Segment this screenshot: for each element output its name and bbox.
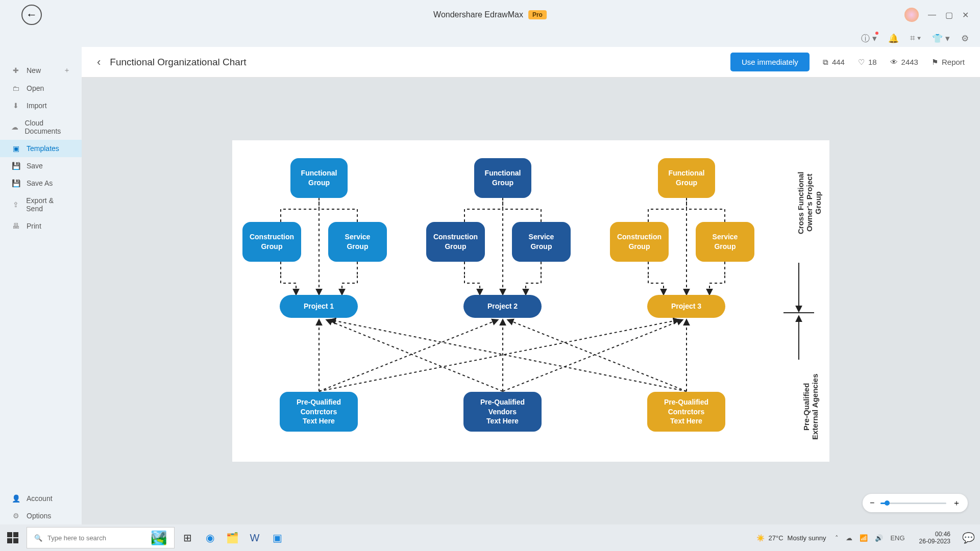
project-3[interactable]: Project 3 <box>647 295 725 318</box>
functional-group-3[interactable]: FunctionalGroup <box>658 158 715 198</box>
side-label-lower: Pre-QualifiedExternal Agencies <box>802 365 819 449</box>
import-icon: ⬇ <box>11 102 20 110</box>
svg-line-10 <box>319 320 498 391</box>
apps-icon[interactable]: ⌗ ▾ <box>910 33 921 43</box>
sidebar-item-print[interactable]: 🖶Print <box>0 217 82 235</box>
content-area: ‹ Functional Organizational Chart Use im… <box>82 47 980 524</box>
maximize-button[interactable]: ▢ <box>945 10 953 20</box>
likes-stat[interactable]: ♡18 <box>858 58 877 67</box>
avatar[interactable] <box>904 8 919 22</box>
sidebar-item-label: Account <box>27 494 53 503</box>
bell-icon[interactable]: 🔔 <box>888 33 899 44</box>
zoom-control[interactable]: − ＋ <box>863 494 968 512</box>
edrawmax-icon[interactable]: ▣ <box>267 527 287 548</box>
sidebar-item-label: Import <box>27 102 47 110</box>
svg-line-12 <box>327 320 503 391</box>
taskbar-clock[interactable]: 00:46 26-09-2023 <box>914 531 955 545</box>
sidebar-item-label: Open <box>27 84 44 92</box>
tray-chevron-icon[interactable]: ˄ <box>835 534 839 542</box>
edge-icon[interactable]: ◉ <box>200 527 219 548</box>
options-icon: ⚙ <box>11 512 20 520</box>
copy-icon: ⧉ <box>823 58 828 67</box>
sidebar-item-cloud[interactable]: ☁Cloud Documents <box>0 114 82 140</box>
help-icon[interactable]: ⓘ ▾ <box>861 33 877 44</box>
word-icon[interactable]: W <box>245 527 264 548</box>
add-icon: ＋ <box>63 66 70 75</box>
export-icon: ⇪ <box>11 201 20 209</box>
likes-value: 18 <box>868 58 877 66</box>
clock-time: 00:46 <box>919 531 950 538</box>
project-1[interactable]: Project 1 <box>280 295 358 318</box>
service-group-2[interactable]: ServiceGroup <box>512 222 571 262</box>
sidebar-item-new[interactable]: ✚New＋ <box>0 61 82 80</box>
zoom-out-button[interactable]: − <box>870 498 874 508</box>
construction-group-2[interactable]: ConstructionGroup <box>426 222 485 262</box>
search-art-icon: 🏞️ <box>151 530 167 546</box>
cloud-icon: ☁ <box>11 123 18 131</box>
svg-line-15 <box>330 320 687 391</box>
notifications-icon[interactable]: 💬 <box>959 527 978 548</box>
explorer-icon[interactable]: 🗂️ <box>223 527 242 548</box>
sidebar-item-label: Save <box>27 162 43 170</box>
app-title: Wondershare EdrawMax <box>433 10 523 19</box>
sidebar-item-open[interactable]: 🗀Open <box>0 80 82 97</box>
svg-line-11 <box>319 320 679 391</box>
sidebar: ✚New＋ 🗀Open ⬇Import ☁Cloud Documents ▣Te… <box>0 47 82 524</box>
sidebar-item-options[interactable]: ⚙Options <box>0 507 82 524</box>
sidebar-item-import[interactable]: ⬇Import <box>0 97 82 114</box>
settings-icon[interactable]: ⚙ <box>961 33 969 44</box>
page-title: Functional Organizational Chart <box>110 57 246 68</box>
weather[interactable]: ☀️ 27°C Mostly sunny <box>756 534 826 542</box>
views-stat: 👁2443 <box>890 58 918 66</box>
sidebar-item-save[interactable]: 💾Save <box>0 157 82 174</box>
weather-icon: ☀️ <box>756 534 765 542</box>
diagram[interactable]: FunctionalGroup ConstructionGroup Servic… <box>232 140 829 462</box>
service-group-1[interactable]: ServiceGroup <box>328 222 387 262</box>
sidebar-item-account[interactable]: 👤Account <box>0 490 82 507</box>
construction-group-3[interactable]: ConstructionGroup <box>610 222 669 262</box>
copies-value: 444 <box>832 58 845 66</box>
task-view-icon[interactable]: ⊞ <box>178 527 197 548</box>
taskbar: 🔍 Type here to search 🏞️ ⊞ ◉ 🗂️ W ▣ ☀️ 2… <box>0 524 980 551</box>
prequal-2[interactable]: Pre-QualifiedVendorsText Here <box>463 392 542 432</box>
taskbar-search[interactable]: 🔍 Type here to search 🏞️ <box>27 527 175 548</box>
flag-icon: ⚑ <box>932 58 938 67</box>
save-icon: 💾 <box>11 162 20 170</box>
theme-icon[interactable]: 👕 ▾ <box>932 33 950 44</box>
back-chevron-icon[interactable]: ‹ <box>97 56 101 69</box>
app-title-wrap: Wondershare EdrawMax Pro <box>433 10 547 19</box>
close-button[interactable]: ✕ <box>962 10 969 20</box>
canvas-area: FunctionalGroup ConstructionGroup Servic… <box>82 78 980 524</box>
wifi-icon[interactable]: 📶 <box>860 534 868 542</box>
functional-group-1[interactable]: FunctionalGroup <box>290 158 348 198</box>
main-area: ✚New＋ 🗀Open ⬇Import ☁Cloud Documents ▣Te… <box>0 47 980 524</box>
svg-line-16 <box>508 320 687 391</box>
functional-group-2[interactable]: FunctionalGroup <box>474 158 531 198</box>
sidebar-item-label: New <box>27 66 41 74</box>
prequal-3[interactable]: Pre-QualifiedContrctorsText Here <box>647 392 725 432</box>
start-button[interactable] <box>7 532 18 543</box>
report-button[interactable]: ⚑Report <box>932 58 965 67</box>
service-group-3[interactable]: ServiceGroup <box>696 222 754 262</box>
sidebar-item-label: Export & Send <box>26 196 70 213</box>
account-icon: 👤 <box>11 494 20 503</box>
construction-group-1[interactable]: ConstructionGroup <box>242 222 301 262</box>
language-icon[interactable]: ENG <box>890 534 904 542</box>
sidebar-item-export[interactable]: ⇪Export & Send <box>0 192 82 217</box>
prequal-1[interactable]: Pre-QualifiedContrctorsText Here <box>280 392 358 432</box>
project-2[interactable]: Project 2 <box>463 295 542 318</box>
zoom-in-button[interactable]: ＋ <box>952 498 961 509</box>
sidebar-item-label: Cloud Documents <box>24 119 70 135</box>
back-button[interactable]: ← <box>21 5 42 25</box>
sidebar-item-templates[interactable]: ▣Templates <box>0 140 82 157</box>
weather-desc: Mostly sunny <box>788 534 826 542</box>
weather-temp: 27°C <box>769 534 783 542</box>
sidebar-item-saveas[interactable]: 💾Save As <box>0 174 82 192</box>
copies-stat: ⧉444 <box>823 58 845 67</box>
zoom-slider[interactable] <box>880 503 946 504</box>
volume-icon[interactable]: 🔊 <box>875 534 883 542</box>
onedrive-icon[interactable]: ☁ <box>846 534 852 542</box>
system-tray[interactable]: ˄ ☁ 📶 🔊 ENG <box>829 534 911 542</box>
minimize-button[interactable]: — <box>928 10 936 19</box>
use-immediately-button[interactable]: Use immediately <box>730 53 810 71</box>
